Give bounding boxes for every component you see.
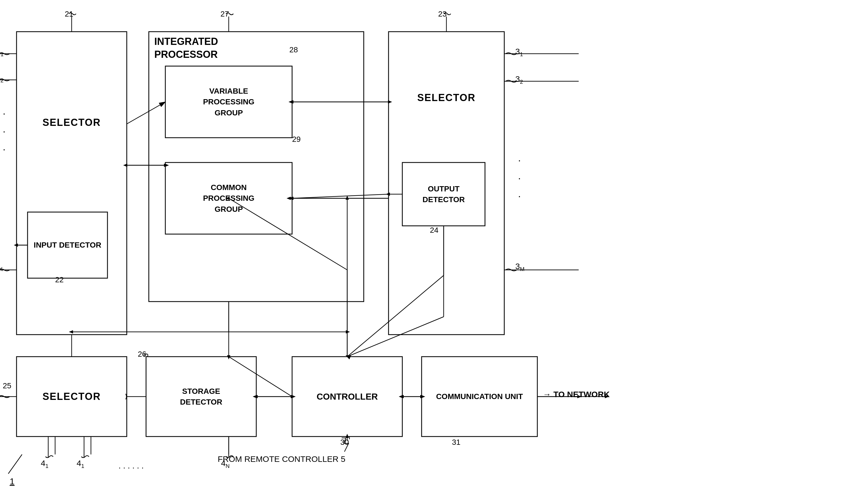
ref-28: 28	[289, 46, 298, 54]
storage-dots: · · · · · ·	[119, 463, 144, 472]
ref-21: 21	[65, 10, 73, 18]
svg-line-31	[347, 275, 444, 357]
svg-marker-84	[386, 193, 390, 196]
ref-30: 30	[340, 438, 349, 447]
input-label-1: 21	[0, 47, 4, 57]
output-label-m: 3M	[515, 262, 525, 272]
output-dots: ···	[518, 151, 521, 205]
storage-label-1a: 41	[41, 458, 49, 469]
output-detector-box: OUTPUTDETECTOR	[402, 162, 485, 226]
ref-24: 24	[430, 226, 438, 235]
to-network-label: → TO NETWORK	[543, 390, 610, 399]
ref-27: 27	[220, 10, 229, 18]
selector-left-label: SELECTOR	[17, 32, 127, 213]
svg-marker-65	[346, 330, 350, 334]
svg-marker-48	[14, 244, 18, 247]
input-label-2: 22	[0, 73, 4, 84]
from-remote-label: FROM REMOTE CONTROLLER 5	[218, 454, 345, 464]
svg-line-49	[8, 454, 22, 474]
common-processing-box: COMMONPROCESSINGGROUP	[165, 162, 292, 234]
svg-line-14	[127, 102, 165, 124]
controller-box: CONTROLLER	[292, 357, 402, 436]
input-dots: ···	[3, 105, 5, 158]
diagram: SELECTOR INPUT DETECTOR INTEGRATEDPROCES…	[0, 0, 849, 504]
communication-unit-box: COMMUNICATION UNIT	[422, 357, 537, 436]
ref-26: 26	[138, 350, 146, 359]
variable-processing-box: VARIABLEPROCESSINGGROUP	[165, 66, 292, 138]
storage-detector-box: STORAGEDETECTOR	[146, 357, 256, 436]
diagram-ref: 1	[10, 476, 15, 487]
ref-25: 25	[3, 381, 11, 390]
ref-31: 31	[452, 438, 460, 447]
svg-line-82	[347, 317, 444, 357]
selector-bottom-label: SELECTOR	[17, 357, 127, 436]
selector-right-label: SELECTOR	[389, 32, 504, 164]
output-label-1: 31	[515, 47, 523, 57]
integrated-processor-title: INTEGRATEDPROCESSOR	[149, 32, 364, 65]
ref-29: 29	[292, 135, 301, 144]
ref-22: 22	[55, 275, 64, 284]
svg-marker-63	[69, 330, 73, 334]
ref-23: 23	[438, 10, 447, 18]
output-label-2: 32	[515, 74, 523, 85]
svg-marker-67	[346, 196, 349, 200]
storage-label-1b: 41	[76, 458, 84, 469]
input-detector-box: INPUT DETECTOR	[28, 212, 107, 278]
input-label-k: 2K	[0, 262, 3, 272]
svg-line-85	[292, 194, 389, 198]
